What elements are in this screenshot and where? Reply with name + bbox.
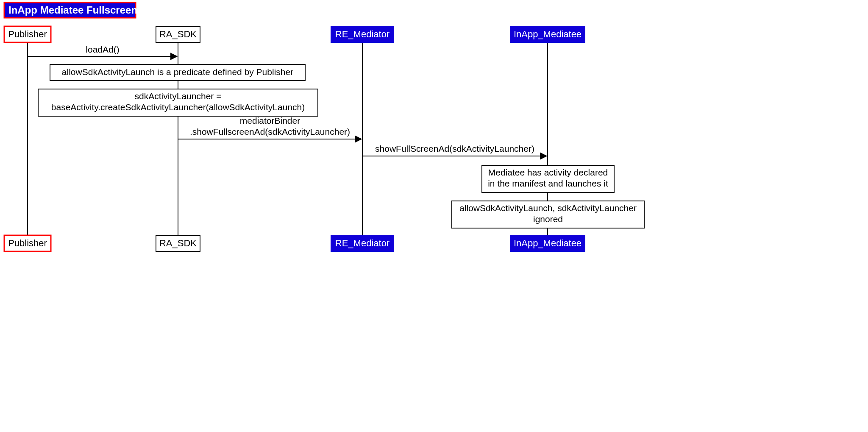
note-manifest-line1: Mediatee has activity declared — [488, 167, 608, 177]
sequence-diagram: InApp Mediatee Fullscreen Ad Publisher R… — [0, 0, 653, 326]
note-manifest-line2: in the manifest and launches it — [488, 178, 608, 188]
message-mediator-binder-line1: mediatorBinder — [240, 116, 300, 125]
participant-re-mediator-top: RE_Mediator — [331, 26, 394, 42]
participant-ra-sdk-top-label: RA_SDK — [159, 29, 197, 39]
participant-re-mediator-top-label: RE_Mediator — [335, 29, 389, 39]
participant-ra-sdk-bottom: RA_SDK — [156, 235, 200, 251]
participant-publisher-bottom-label: Publisher — [8, 238, 47, 248]
participant-ra-sdk-bottom-label: RA_SDK — [159, 238, 197, 248]
participant-ra-sdk-top: RA_SDK — [156, 26, 200, 42]
note-ignored-line1: allowSdkActivityLaunch, sdkActivityLaunc… — [459, 203, 637, 213]
participant-inapp-mediatee-bottom: InApp_Mediatee — [510, 235, 585, 251]
participant-re-mediator-bottom-label: RE_Mediator — [335, 238, 389, 248]
participant-publisher-top: Publisher — [4, 26, 51, 42]
message-show-fullscreen-ad: showFullScreenAd(sdkActivityLauncher) — [362, 144, 547, 156]
participant-inapp-mediatee-bottom-label: InApp_Mediatee — [514, 238, 581, 248]
diagram-title-label: InApp Mediatee Fullscreen Ad — [8, 4, 153, 16]
message-mediator-binder-line2: .showFullscreenAd(sdkActivityLauncher) — [190, 127, 350, 137]
message-loadad-label: loadAd() — [86, 45, 119, 54]
note-launcher-line2: baseActivity.createSdkActivityLauncher(a… — [51, 102, 305, 112]
diagram-title: InApp Mediatee Fullscreen Ad — [4, 3, 153, 18]
note-predicate-label: allowSdkActivityLaunch is a predicate de… — [62, 67, 293, 77]
participant-inapp-mediatee-top-label: InApp_Mediatee — [514, 29, 581, 39]
note-ignored-line2: ignored — [533, 214, 563, 224]
note-launcher-line1: sdkActivityLauncher = — [135, 91, 222, 101]
participant-inapp-mediatee-top: InApp_Mediatee — [510, 26, 585, 42]
note-sdk-activity-launcher: sdkActivityLauncher = baseActivity.creat… — [38, 89, 318, 116]
participant-re-mediator-bottom: RE_Mediator — [331, 235, 394, 251]
participant-publisher-bottom: Publisher — [4, 235, 51, 251]
note-ignored: allowSdkActivityLaunch, sdkActivityLaunc… — [452, 201, 644, 228]
message-loadad: loadAd() — [28, 45, 177, 56]
note-predicate: allowSdkActivityLaunch is a predicate de… — [50, 64, 305, 81]
note-manifest: Mediatee has activity declared in the ma… — [482, 165, 614, 192]
message-show-fullscreen-ad-label: showFullScreenAd(sdkActivityLauncher) — [375, 144, 534, 153]
message-mediator-binder: mediatorBinder .showFullscreenAd(sdkActi… — [178, 116, 362, 139]
participant-publisher-top-label: Publisher — [8, 29, 47, 39]
